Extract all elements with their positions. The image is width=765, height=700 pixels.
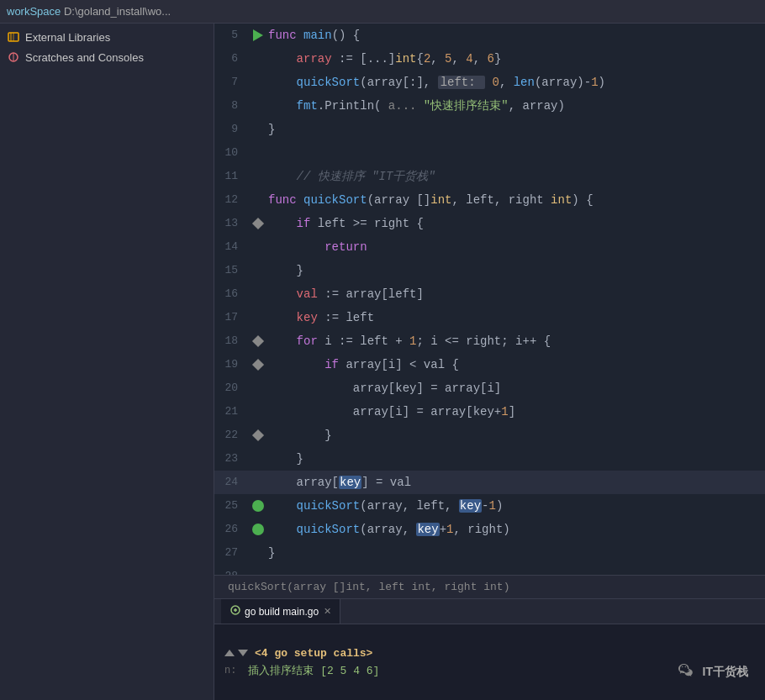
workspace-path: D:\goland_install\wo... xyxy=(61,5,171,18)
code-content: quickSort(array[:], left: 0, len(array)-… xyxy=(268,71,765,94)
tab-close-button[interactable]: ✕ xyxy=(324,606,331,617)
code-content: array[key] = val xyxy=(268,471,765,494)
table-row: 23 } xyxy=(214,447,765,471)
terminal-tabs: go build main.go ✕ xyxy=(214,599,765,624)
code-content: } xyxy=(268,259,765,282)
sidebar-item-external-libraries[interactable]: External Libraries xyxy=(0,27,214,47)
line-number: 11 xyxy=(214,165,248,188)
breakpoint-icon xyxy=(252,500,264,512)
line-number: 23 xyxy=(214,447,248,471)
table-row: 14 return xyxy=(214,235,765,259)
terminal-output-text: 插入排序结束 [2 5 4 6] xyxy=(248,663,379,678)
tooltip-bar: quickSort(array []int, left int, right i… xyxy=(214,575,765,598)
workspace-label: workSpace xyxy=(7,5,61,18)
breakpoint-icon xyxy=(252,524,264,535)
terminal-line-output: n: 插入排序结束 [2 5 4 6] xyxy=(224,663,755,678)
table-row: 10 xyxy=(214,141,765,165)
debug-diamond-icon xyxy=(252,359,264,371)
line-number: 9 xyxy=(214,118,248,141)
table-row: 25 quickSort(array, left, key-1) xyxy=(214,494,765,518)
line-gutter xyxy=(248,337,268,345)
sidebar-item-label: External Libraries xyxy=(25,31,110,44)
line-gutter xyxy=(248,361,268,369)
line-number: 14 xyxy=(214,235,248,259)
code-content: // 快速排序 "IT干货栈" xyxy=(268,165,765,188)
table-row: 28 xyxy=(214,565,765,575)
workspace-title: workSpace D:\goland_install\wo... xyxy=(7,5,171,18)
line-gutter xyxy=(248,29,268,41)
table-row: 12 func quickSort(array []int, left, rig… xyxy=(214,188,765,212)
table-row: 19 if array[i] < val { xyxy=(214,353,765,376)
code-editor[interactable]: 5 func main() { 6 array := [...]int{2, 5… xyxy=(214,24,765,575)
code-content: array[key] = array[i] xyxy=(268,376,765,400)
line-gutter xyxy=(248,524,268,535)
table-row: 21 array[i] = array[key+1] xyxy=(214,400,765,424)
line-number: 26 xyxy=(214,518,248,541)
terminal-area: go build main.go ✕ <4 go setup calls> n:… xyxy=(214,598,765,700)
line-number: 25 xyxy=(214,494,248,518)
code-content: key := left xyxy=(268,306,765,329)
main-layout: External Libraries Scratches and Console… xyxy=(0,24,765,700)
editor-area: 5 func main() { 6 array := [...]int{2, 5… xyxy=(214,24,765,700)
terminal-content: <4 go setup calls> n: 插入排序结束 [2 5 4 6] xyxy=(214,624,765,700)
code-content: } xyxy=(268,541,765,565)
line-number: 17 xyxy=(214,306,248,329)
code-content: } xyxy=(268,424,765,447)
table-row: 8 fmt.Println( a... "快速排序结束", array) xyxy=(214,94,765,118)
code-lines: 5 func main() { 6 array := [...]int{2, 5… xyxy=(214,24,765,575)
code-content: } xyxy=(268,447,765,471)
terminal-tab-icon xyxy=(230,604,241,618)
terminal-prompt: n: xyxy=(224,665,236,676)
sidebar-item-label: Scratches and Consoles xyxy=(25,51,144,64)
table-row: 5 func main() { xyxy=(214,24,765,47)
top-bar: workSpace D:\goland_install\wo... xyxy=(0,0,765,24)
debug-diamond-icon xyxy=(252,429,264,441)
terminal-cmd-text: <4 go setup calls> xyxy=(255,647,372,660)
line-number: 13 xyxy=(214,212,248,235)
terminal-tab-label: go build main.go xyxy=(245,606,319,618)
line-number: 12 xyxy=(214,188,248,212)
arrow-down-icon[interactable] xyxy=(238,650,248,656)
line-number: 24 xyxy=(214,471,248,494)
terminal-line-cmd: <4 go setup calls> xyxy=(224,647,755,660)
terminal-arrows xyxy=(224,650,248,656)
table-row: 11 // 快速排序 "IT干货栈" xyxy=(214,165,765,188)
terminal-tab-build[interactable]: go build main.go ✕ xyxy=(221,599,340,624)
line-gutter xyxy=(248,500,268,512)
line-number: 27 xyxy=(214,541,248,565)
debug-triangle-icon xyxy=(253,29,263,41)
table-row: 7 quickSort(array[:], left: 0, len(array… xyxy=(214,71,765,94)
code-content: return xyxy=(268,235,765,259)
library-icon xyxy=(7,30,20,44)
debug-diamond-icon xyxy=(252,335,264,347)
code-content: quickSort(array, key+1, right) xyxy=(268,518,765,541)
line-number: 15 xyxy=(214,259,248,282)
line-number: 7 xyxy=(214,71,248,94)
line-number: 28 xyxy=(214,565,248,575)
arrow-up-icon[interactable] xyxy=(224,650,235,656)
tooltip-text: quickSort(array []int, left int, right i… xyxy=(228,581,509,593)
code-content: func quickSort(array []int, left, right … xyxy=(268,188,765,212)
scratch-icon xyxy=(7,50,20,64)
line-number: 10 xyxy=(214,141,248,165)
table-row: 16 val := array[left] xyxy=(214,282,765,306)
code-content: if left >= right { xyxy=(268,212,765,235)
line-gutter xyxy=(248,431,268,439)
line-number: 20 xyxy=(214,376,248,400)
code-content: for i := left + 1; i <= right; i++ { xyxy=(268,329,765,353)
code-content: array[i] = array[key+1] xyxy=(268,400,765,424)
line-number: 6 xyxy=(214,47,248,71)
code-content: } xyxy=(268,118,765,141)
code-content: fmt.Println( a... "快速排序结束", array) xyxy=(268,94,765,118)
code-content: func main() { xyxy=(268,24,765,47)
sidebar-item-scratches[interactable]: Scratches and Consoles xyxy=(0,47,214,67)
table-row: 9 } xyxy=(214,118,765,141)
table-row: 13 if left >= right { xyxy=(214,212,765,235)
table-row: 17 key := left xyxy=(214,306,765,329)
table-row: 24 array[key] = val xyxy=(214,471,765,494)
line-number: 16 xyxy=(214,282,248,306)
code-content: array := [...]int{2, 5, 4, 6} xyxy=(268,47,765,71)
table-row: 22 } xyxy=(214,424,765,447)
debug-diamond-icon xyxy=(252,218,264,229)
line-number: 22 xyxy=(214,424,248,447)
